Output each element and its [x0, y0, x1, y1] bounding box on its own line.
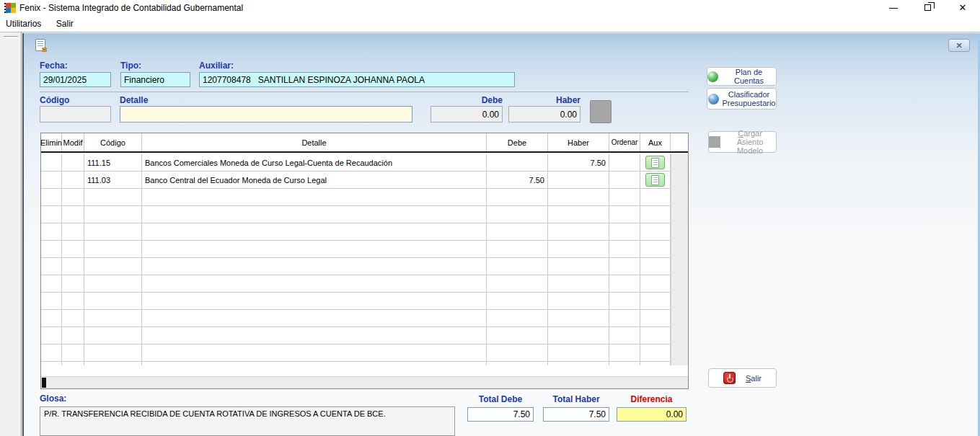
debe-label: Debe: [431, 95, 503, 105]
document-icon: [651, 158, 659, 168]
cell-codigo: 111.15: [84, 154, 142, 171]
tipo-input[interactable]: [120, 72, 190, 87]
auxiliar-label: Auxiliar:: [199, 61, 234, 71]
total-haber-label: Total Haber: [543, 394, 609, 404]
table-row-empty[interactable]: [41, 275, 671, 293]
detalle-label: Detalle: [120, 95, 148, 105]
col-header-elimin: Elimin: [41, 133, 62, 151]
entries-grid: Elimin Modif Código Detalle Debe Haber O…: [40, 133, 689, 389]
cell-ordenar: [609, 172, 640, 188]
gray-square-icon: [709, 136, 720, 148]
cell-modif[interactable]: [62, 154, 84, 171]
fecha-label: Fecha:: [40, 61, 68, 71]
inner-window-close-button[interactable]: ✕: [948, 39, 970, 52]
table-row-empty[interactable]: [41, 241, 671, 258]
cell-haber: 7.50: [548, 154, 609, 171]
app-logo-icon: [4, 2, 16, 14]
table-row-empty[interactable]: [41, 189, 671, 206]
total-debe-input[interactable]: [467, 407, 534, 422]
col-header-debe: Debe: [487, 133, 548, 151]
cell-detalle: Bancos Comerciales Moneda de Curso Legal…: [142, 154, 487, 171]
minimize-icon: [889, 8, 898, 9]
plan-de-cuentas-label: Plan de Cuentas: [722, 68, 776, 85]
green-sphere-icon: [707, 71, 718, 82]
col-header-ordenar: Ordenar: [609, 133, 640, 151]
detalle-input[interactable]: [120, 106, 412, 123]
haber-label: Haber: [508, 95, 581, 105]
haber-input[interactable]: [508, 106, 581, 123]
cell-modif[interactable]: [62, 172, 84, 188]
cell-aux: [640, 172, 671, 188]
restore-icon: [924, 4, 931, 11]
cell-haber: [548, 172, 609, 188]
app-window: Fenix - Sistema Integrado de Contabilida…: [0, 0, 980, 436]
splitter-grip[interactable]: [4, 36, 18, 38]
diferencia-label: Diferencia: [617, 394, 687, 404]
grid-header-row: Elimin Modif Código Detalle Debe Haber O…: [41, 133, 688, 153]
plan-de-cuentas-button[interactable]: Plan de Cuentas: [707, 67, 777, 86]
cargar-asiento-label: Cargar Asiento Modelo: [724, 129, 776, 155]
col-header-modif: Modif: [62, 133, 84, 151]
table-row-empty[interactable]: [41, 223, 671, 241]
table-row-empty[interactable]: [41, 362, 671, 365]
codigo-label: Código: [40, 95, 69, 105]
menu-item-salir[interactable]: Salir: [50, 16, 79, 32]
glosa-label: Glosa:: [40, 393, 66, 404]
ledger-document-icon: [35, 39, 45, 51]
table-row-empty[interactable]: [41, 344, 671, 362]
clasificador-label: Clasificador Presupuestario: [723, 90, 776, 107]
tipo-label: Tipo:: [120, 61, 141, 71]
auxiliar-input[interactable]: [199, 72, 515, 87]
separator-line: [40, 92, 689, 92]
cell-detalle: Banco Central del Ecuador Moneda de Curs…: [142, 172, 487, 188]
col-header-haber: Haber: [548, 133, 609, 151]
gray-action-button[interactable]: [590, 100, 612, 123]
power-icon: [723, 372, 736, 384]
table-row-empty[interactable]: [41, 293, 671, 310]
table-row[interactable]: 111.03 Banco Central del Ecuador Moneda …: [41, 172, 671, 189]
table-row-empty[interactable]: [41, 327, 671, 344]
document-icon: [651, 175, 659, 185]
debe-input[interactable]: [431, 106, 503, 123]
cell-aux: [640, 154, 671, 171]
cargar-asiento-modelo-button[interactable]: Cargar Asiento Modelo: [708, 131, 777, 153]
salir-label: Salir: [746, 374, 762, 383]
total-debe-label: Total Debe: [467, 394, 534, 404]
restore-button[interactable]: [916, 0, 940, 16]
close-button[interactable]: ✕: [950, 0, 975, 16]
grid-horizontal-scrollbar[interactable]: [41, 376, 688, 388]
fecha-input[interactable]: [40, 72, 111, 87]
aux-button[interactable]: [645, 156, 665, 169]
menu-item-utilitarios[interactable]: Utilitarios: [0, 16, 47, 32]
scrollbar-thumb[interactable]: [42, 378, 46, 388]
window-titlebar: Fenix - Sistema Integrado de Contabilida…: [0, 0, 980, 16]
cell-codigo: 111.03: [84, 172, 142, 188]
col-header-detalle: Detalle: [142, 133, 487, 151]
salir-button[interactable]: Salir: [708, 368, 777, 388]
aux-button[interactable]: [645, 173, 665, 187]
col-header-aux: Aux: [640, 133, 671, 151]
total-haber-input[interactable]: [543, 407, 609, 422]
cell-ordenar: [609, 154, 640, 171]
side-splitter-panel[interactable]: [0, 32, 22, 436]
glosa-textarea[interactable]: P/R. TRANSFERENCIA RECIBIDA DE CUENTA RO…: [40, 406, 455, 436]
table-row-empty[interactable]: [41, 310, 671, 327]
col-header-codigo: Código: [84, 133, 142, 151]
cell-debe: 7.50: [487, 172, 548, 188]
cell-elimin[interactable]: [41, 154, 62, 171]
menu-bar: Utilitarios Salir: [0, 16, 980, 32]
minimize-button[interactable]: [881, 0, 906, 16]
cell-debe: [487, 154, 548, 171]
close-icon: ✕: [950, 0, 975, 16]
table-row[interactable]: 111.15 Bancos Comerciales Moneda de Curs…: [41, 154, 671, 172]
grid-vertical-scrollbar[interactable]: [671, 154, 688, 365]
blue-sphere-icon: [708, 94, 719, 104]
table-row-empty[interactable]: [41, 206, 671, 223]
table-row-empty[interactable]: [41, 258, 671, 275]
window-title: Fenix - Sistema Integrado de Contabilida…: [19, 0, 243, 16]
codigo-input[interactable]: [40, 106, 111, 123]
diferencia-input[interactable]: [617, 407, 687, 422]
cell-elimin[interactable]: [41, 172, 62, 188]
clasificador-presupuestario-button[interactable]: Clasificador Presupuestario: [707, 88, 777, 110]
